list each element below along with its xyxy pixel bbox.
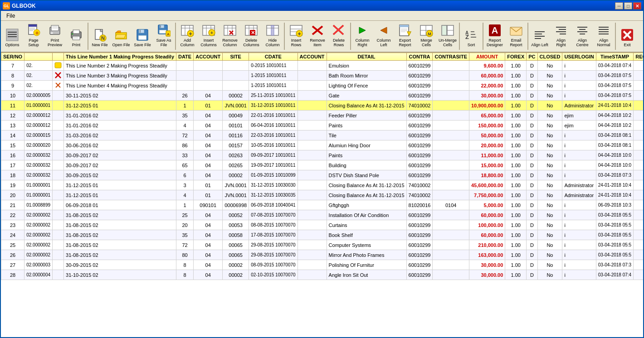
save-as-file-icon: A (156, 23, 171, 38)
header-account[interactable]: ACCOUNT (194, 53, 223, 61)
export-report-button[interactable]: Export Report (395, 22, 415, 50)
table-row[interactable]: 1702.000003230-09-2017 0265040026519-09-… (1, 160, 644, 170)
header-serno[interactable]: SER/NO (1, 53, 24, 61)
maximize-button[interactable]: □ (624, 2, 632, 10)
merge-cells-button[interactable]: M Merge Cells (416, 22, 437, 50)
header-contra[interactable]: CONTRA (406, 53, 433, 61)
save-file-button[interactable]: Save File (132, 22, 153, 50)
header-forex[interactable]: FOREX (505, 53, 527, 61)
table-cell: 02. (24, 71, 53, 81)
sort-button[interactable]: AZ Sort (461, 22, 482, 50)
header-line[interactable]: This Line Number 1 Making Progress Stead… (64, 53, 176, 61)
close-button[interactable]: ✕ (633, 2, 641, 10)
table-row[interactable]: 1302.000001231-01-2016 024040010106-04-2… (1, 121, 644, 130)
table-row[interactable]: 1202.000001231-01-2016 0235040004922-01-… (1, 111, 644, 121)
remove-item-button[interactable]: Remove Item (307, 22, 328, 50)
svg-rect-15 (50, 33, 53, 34)
table-row[interactable]: 2502.000000231-08-2015 0272040006529-08-… (1, 240, 644, 250)
email-report-button[interactable]: Email Report (506, 22, 527, 50)
header-site[interactable]: SITE (223, 53, 249, 61)
header-timestamp[interactable]: TimeSTAMP (596, 53, 633, 61)
table-cell: 31-12-2015 10030030 (249, 180, 298, 190)
minimize-button[interactable]: ─ (615, 2, 623, 10)
table-cell: 06-04-2016 10010011 (249, 121, 298, 130)
table-cell: i (562, 210, 596, 220)
exit-button[interactable]: Exit (617, 22, 638, 50)
un-merge-cells-button[interactable]: Un-Merge Cells (437, 22, 458, 50)
table-row[interactable]: 2802.000000431-10-2015 028040000202-10-2… (1, 270, 644, 280)
table-row[interactable]: 902.This Line Number 4 Making Progress S… (1, 81, 644, 91)
svg-rect-117 (55, 63, 61, 68)
table-row[interactable]: 1402.000001531-03-2016 0272040011622-03-… (1, 130, 644, 140)
page-setup-button[interactable]: ⚙ Page Setup (23, 22, 44, 50)
header-account2[interactable]: ACCOUNT (298, 53, 327, 61)
table-cell (433, 61, 469, 71)
toolbar: Options ⚙ Page Setup Print Preview Print (1, 21, 643, 53)
hide-column-button[interactable]: Hide Column (262, 22, 283, 50)
header-contrasite[interactable]: CONTRASITE (433, 53, 469, 61)
insert-rows-button[interactable]: + Insert Rows (286, 22, 307, 50)
open-file-button[interactable]: Open File (111, 22, 132, 50)
table-cell: 60010299 (406, 71, 433, 81)
table-cell: 30-09-2015 02 (64, 170, 176, 180)
column-right-button[interactable]: Column Right (352, 22, 373, 50)
header-pc[interactable]: PC (527, 53, 537, 61)
table-cell: 29-08-2015 10070070 (249, 250, 298, 260)
table-row[interactable]: 1002.000000530-11-2015 0226040000225-11-… (1, 91, 644, 101)
header-col2[interactable] (24, 53, 53, 61)
header-closed[interactable]: CLOSED (537, 53, 562, 61)
table-row[interactable]: 2402.000000231-08-2015 0235040005817-08-… (1, 230, 644, 240)
table-cell: 1.00 (505, 61, 527, 71)
print-preview-button[interactable]: Print Preview (44, 22, 65, 50)
table-row[interactable]: 702.This Line Number 2 Making Progress S… (1, 61, 644, 71)
table-cell: 04 (194, 140, 223, 150)
print-button[interactable]: Print (66, 22, 87, 50)
add-column-button[interactable]: + Add Column (177, 22, 198, 50)
save-as-file-label: Save As File (155, 39, 173, 48)
table-row[interactable]: 2001.000000131-12-2015 01401JVN.000131-1… (1, 190, 644, 200)
table-row[interactable]: 1802.000003230-09-2015 026040000201-09-2… (1, 170, 644, 180)
table-cell: 60010299 (406, 240, 433, 250)
header-userlogin[interactable]: USERLOGIN (562, 53, 596, 61)
header-date[interactable]: DATE (176, 53, 194, 61)
header-detail[interactable]: DETAIL (327, 53, 406, 61)
table-row[interactable]: 2602.000000231-08-2015 0280040006529-08-… (1, 250, 644, 260)
save-as-file-button[interactable]: A Save As File (153, 22, 174, 50)
options-button[interactable]: Options (2, 22, 23, 50)
remove-column-button[interactable]: Remove Column (220, 22, 240, 50)
table-row[interactable]: 1502.000002030-06-2016 0286040015710-05-… (1, 140, 644, 150)
menu-file[interactable]: File (3, 12, 19, 20)
header-col3[interactable] (53, 53, 64, 61)
header-cdate[interactable]: CDATE (249, 53, 298, 61)
table-cell: No (537, 250, 562, 260)
insert-columns-button[interactable]: + Insert Columns (198, 22, 219, 50)
table-row[interactable]: 2101.000889906-09-2018 01109010100006998… (1, 200, 644, 210)
align-normal-button[interactable]: Align Normal (593, 22, 614, 50)
table-row[interactable]: 2302.000000231-08-2015 0220040005308-08-… (1, 220, 644, 230)
table-row[interactable]: 802.This Line Number 3 Making Progress S… (1, 71, 644, 81)
align-right-button[interactable]: Align Right (551, 22, 571, 50)
table-cell: Feeder Piller (327, 111, 406, 121)
delete-columns-button[interactable]: ✕ Delete Columns (241, 22, 262, 50)
align-centre-button[interactable]: Align Centre (572, 22, 593, 50)
open-file-label: Open File (112, 43, 130, 48)
header-recordid[interactable]: RECORD_ID (634, 53, 643, 61)
export-report-icon (398, 23, 412, 38)
table-cell: i (562, 170, 596, 180)
table-row[interactable]: 2202.000000231-08-2015 0225040005207-08-… (1, 210, 644, 220)
sep2 (175, 23, 176, 50)
table-cell: 31-03-2016 02 (64, 130, 176, 140)
column-left-button[interactable]: Column Left (373, 22, 394, 50)
table-row[interactable]: 2702.000000330-09-2015 028040000208-09-2… (1, 260, 644, 270)
report-designer-button[interactable]: A Report Designer (484, 22, 505, 50)
table-row[interactable]: 1602.000003230-09-2017 0233040026309-09-… (1, 150, 644, 160)
delete-rows-button[interactable]: Delete Rows (328, 22, 349, 50)
exit-icon (620, 28, 634, 42)
new-file-button[interactable]: N New File (89, 22, 110, 50)
table-row[interactable]: 1101.000000131-12-2015 01101JVN.000131-1… (1, 101, 644, 111)
align-left-button[interactable]: Align Left (529, 22, 550, 50)
data-table-container[interactable]: SER/NO This Line Number 1 Making Progres… (1, 53, 643, 337)
table-row[interactable]: 1901.000000131-12-2015 01301JVN.000131-1… (1, 180, 644, 190)
table-cell: 01 (194, 190, 223, 200)
header-amount[interactable]: AMOUNT (469, 53, 505, 61)
